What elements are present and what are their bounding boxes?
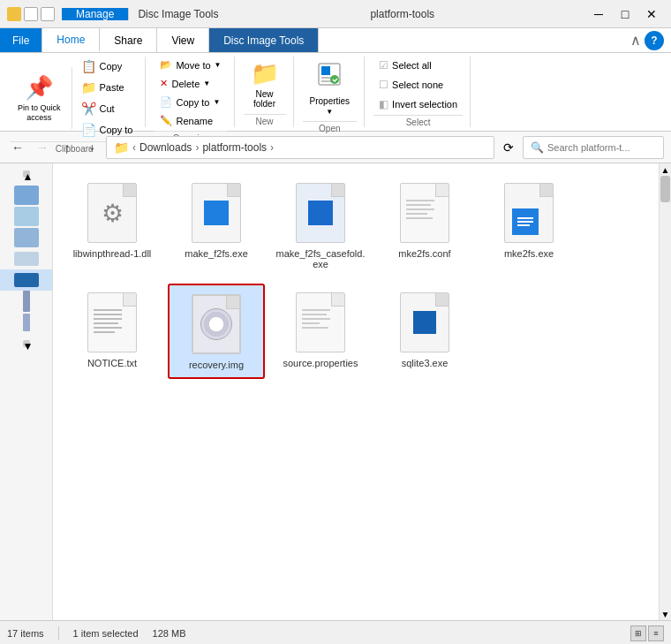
search-box[interactable]: 🔍 bbox=[523, 136, 664, 159]
minimize-button[interactable]: ─ bbox=[586, 4, 611, 24]
copy-button[interactable]: 📋 Copy bbox=[76, 57, 139, 76]
sidebar-item-5-active[interactable] bbox=[0, 269, 52, 291]
maximize-button[interactable]: □ bbox=[613, 4, 637, 24]
paste-button[interactable]: 📁 Paste bbox=[76, 78, 139, 97]
new-folder-button[interactable]: 📁 Newfolder bbox=[244, 57, 286, 112]
sidebar-icon-2 bbox=[14, 207, 39, 226]
open-group-content: Properties ▼ bbox=[303, 57, 358, 119]
file-item-make-f2fs-case[interactable]: make_f2fs_casefold.exe bbox=[272, 174, 369, 277]
file-item-notice[interactable]: NOTICE.txt bbox=[64, 284, 161, 379]
sidebar: ▲ ▼ bbox=[0, 163, 53, 620]
copy-to-org-button[interactable]: 📄 Copy to ▼ bbox=[155, 94, 226, 110]
invert-label: Invert selection bbox=[392, 99, 457, 110]
properties-icon bbox=[315, 60, 343, 95]
svg-point-4 bbox=[330, 75, 339, 84]
invert-selection-button[interactable]: ◧ Invert selection bbox=[373, 95, 463, 113]
file-item-sqlite[interactable]: sqlite3.exe bbox=[376, 284, 473, 379]
list-view-button[interactable]: ≡ bbox=[648, 625, 664, 641]
recent-button[interactable]: ⌄ bbox=[81, 137, 102, 158]
sidebar-item-3[interactable] bbox=[0, 227, 52, 248]
clipboard-group-content: 📌 Pin to Quickaccess 📋 Copy 📁 Paste ✂️ bbox=[11, 57, 138, 140]
make-f2fs-label: make_f2fs.exe bbox=[185, 248, 248, 259]
refresh-button[interactable]: ⟳ bbox=[498, 137, 519, 158]
title-icon-1 bbox=[7, 7, 21, 21]
paste-icon: 📁 bbox=[81, 80, 96, 95]
tab-file[interactable]: File bbox=[0, 28, 42, 52]
tab-disc-image-tools[interactable]: Disc Image Tools bbox=[209, 28, 319, 52]
file-area: ⚙ libwinpthread-1.dll make_f2fs.exe make… bbox=[53, 163, 659, 620]
sidebar-item-7[interactable] bbox=[0, 312, 52, 333]
copy-icon: 📋 bbox=[81, 59, 96, 73]
delete-button[interactable]: ✕ Delete ▼ bbox=[155, 75, 226, 92]
back-button[interactable]: ← bbox=[7, 137, 28, 158]
file-item-conf[interactable]: mke2fs.conf bbox=[376, 174, 473, 277]
sidebar-item-4[interactable] bbox=[0, 248, 52, 269]
dll-file-icon: ⚙ bbox=[80, 181, 144, 245]
file-item-dll[interactable]: ⚙ libwinpthread-1.dll bbox=[64, 174, 161, 277]
select-none-button[interactable]: ☐ Select none bbox=[373, 76, 463, 94]
properties-button[interactable]: Properties ▼ bbox=[303, 57, 358, 119]
sidebar-item-6[interactable] bbox=[0, 291, 52, 312]
rename-label: Rename bbox=[176, 116, 213, 126]
new-group: 📁 Newfolder New bbox=[237, 57, 294, 127]
file-item-source[interactable]: source.properties bbox=[272, 284, 369, 379]
path-part-downloads[interactable]: Downloads bbox=[139, 141, 192, 154]
move-to-button[interactable]: 📂 Move to ▼ bbox=[155, 57, 226, 73]
disc-symbol bbox=[200, 308, 232, 340]
organize-group-content: 📂 Move to ▼ ✕ Delete ▼ 📄 Copy to ▼ bbox=[155, 57, 226, 129]
pin-to-quick-access-button[interactable]: 📌 Pin to Quickaccess bbox=[11, 71, 68, 126]
address-bar: ← → ↑ ⌄ 📁 ‹ Downloads › platform-tools ›… bbox=[0, 132, 671, 163]
cut-button[interactable]: ✂️ Cut bbox=[76, 99, 139, 118]
main-area: ▲ ▼ ⚙ li bbox=[0, 163, 671, 620]
title-bar-left: Manage Disc Image Tools bbox=[7, 7, 219, 21]
sidebar-item-1[interactable] bbox=[0, 185, 52, 206]
tab-view[interactable]: View bbox=[157, 28, 209, 52]
ribbon: File Home Share View Disc Image Tools ∧ … bbox=[0, 28, 671, 132]
window-controls: ─ □ ✕ bbox=[586, 4, 664, 24]
sidebar-scroll-up[interactable]: ▲ bbox=[23, 170, 30, 178]
status-bar: 17 items 1 item selected 128 MB ⊞ ≡ bbox=[0, 620, 671, 644]
forward-button[interactable]: → bbox=[32, 137, 53, 158]
conf-file-label: mke2fs.conf bbox=[398, 248, 450, 259]
file-item-recovery[interactable]: recovery.img bbox=[168, 284, 265, 379]
tab-share[interactable]: Share bbox=[100, 28, 157, 52]
sqlite-label: sqlite3.exe bbox=[402, 358, 449, 368]
copy-to-label: Copy to bbox=[100, 125, 133, 135]
scroll-down-arrow[interactable]: ▼ bbox=[660, 608, 671, 620]
close-button[interactable]: ✕ bbox=[639, 4, 664, 24]
help-button[interactable]: ? bbox=[645, 31, 664, 50]
sidebar-item-2[interactable] bbox=[0, 206, 52, 227]
select-all-button[interactable]: ☑ Select all bbox=[373, 57, 463, 74]
notice-icon bbox=[80, 291, 144, 354]
tab-home[interactable]: Home bbox=[42, 28, 100, 52]
move-to-icon: 📂 bbox=[160, 59, 172, 71]
address-path[interactable]: 📁 ‹ Downloads › platform-tools › bbox=[106, 136, 494, 159]
search-input[interactable] bbox=[547, 142, 669, 153]
ribbon-tabs: File Home Share View Disc Image Tools ∧ … bbox=[0, 28, 671, 53]
rename-button[interactable]: ✏️ Rename bbox=[155, 112, 226, 129]
gear-symbol: ⚙ bbox=[102, 199, 124, 228]
selection-size: 128 MB bbox=[153, 628, 186, 639]
invert-icon: ◧ bbox=[379, 98, 388, 110]
open-label: Open bbox=[303, 121, 358, 135]
organize-group: 📂 Move to ▼ ✕ Delete ▼ 📄 Copy to ▼ bbox=[147, 57, 234, 127]
conf-file-icon bbox=[393, 181, 456, 245]
up-button[interactable]: ↑ bbox=[57, 137, 78, 158]
ribbon-collapse-btn[interactable]: ∧ bbox=[630, 32, 641, 49]
scroll-track[interactable] bbox=[660, 176, 671, 608]
select-all-label: Select all bbox=[392, 60, 432, 71]
scroll-up-arrow[interactable]: ▲ bbox=[660, 163, 671, 176]
sep-1 bbox=[72, 67, 72, 129]
sidebar-icon-4 bbox=[14, 252, 39, 266]
manage-tab[interactable]: Manage bbox=[62, 8, 129, 20]
grid-view-button[interactable]: ⊞ bbox=[630, 625, 646, 641]
file-item-mke2fs[interactable]: mke2fs.exe bbox=[480, 174, 577, 277]
status-sep-1 bbox=[58, 626, 59, 640]
sidebar-icon-6 bbox=[23, 291, 30, 312]
scroll-thumb[interactable] bbox=[660, 176, 670, 202]
sidebar-scroll-down[interactable]: ▼ bbox=[23, 340, 30, 347]
select-label: Select bbox=[373, 115, 463, 129]
file-item-make-f2fs[interactable]: make_f2fs.exe bbox=[168, 174, 265, 277]
move-to-chevron: ▼ bbox=[215, 61, 222, 69]
path-part-platform-tools[interactable]: platform-tools bbox=[202, 141, 267, 154]
